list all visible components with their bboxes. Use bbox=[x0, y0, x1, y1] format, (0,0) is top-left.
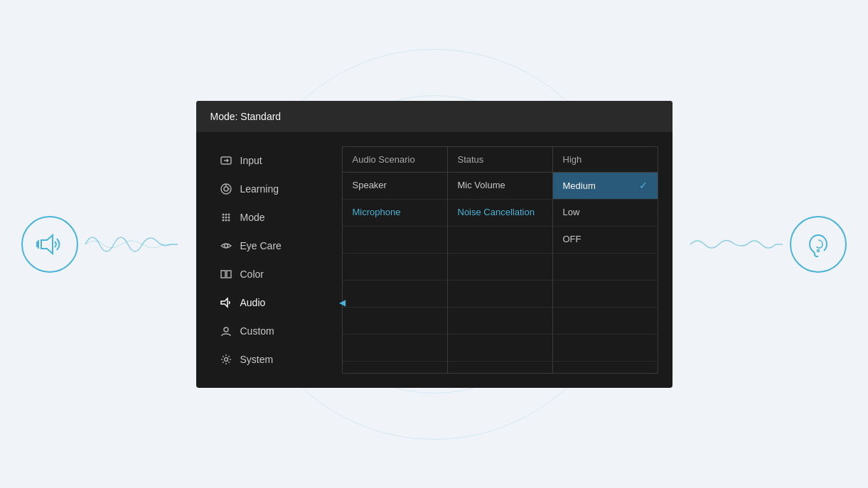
status-empty-1 bbox=[448, 227, 552, 254]
option-low[interactable]: Low bbox=[553, 200, 658, 227]
status-mic-volume[interactable]: Mic Volume bbox=[448, 173, 552, 200]
audio-icon bbox=[219, 295, 233, 310]
sidebar-label-custom: Custom bbox=[240, 325, 274, 337]
svg-point-23 bbox=[224, 357, 227, 361]
option-empty-4 bbox=[553, 335, 658, 362]
option-empty-2 bbox=[553, 281, 658, 308]
right-wave bbox=[690, 223, 783, 266]
color-icon bbox=[219, 267, 233, 281]
sidebar-item-input[interactable]: Input bbox=[210, 146, 331, 175]
system-icon bbox=[219, 352, 233, 367]
audio-scenario-header: Audio Scenario bbox=[343, 147, 447, 173]
sidebar-item-audio[interactable]: Audio bbox=[210, 288, 331, 317]
speaker-icon bbox=[21, 216, 78, 273]
svg-point-18 bbox=[224, 244, 227, 247]
sidebar-label-eye-care: Eye Care bbox=[240, 240, 282, 251]
svg-marker-21 bbox=[221, 298, 227, 307]
svg-point-22 bbox=[224, 327, 228, 332]
svg-point-16 bbox=[225, 219, 227, 221]
svg-point-15 bbox=[222, 219, 224, 221]
status-col: Status Mic Volume Noise Cancellation bbox=[448, 147, 553, 373]
sidebar-item-learning[interactable]: Learning bbox=[210, 175, 331, 203]
option-empty-1 bbox=[553, 254, 658, 281]
sidebar-item-eye-care[interactable]: Eye Care bbox=[210, 232, 331, 260]
audio-scenario-col: Audio Scenario Speaker Microphone bbox=[343, 147, 448, 373]
status-noise-cancel[interactable]: Noise Cancellation bbox=[448, 200, 552, 227]
sidebar-label-input: Input bbox=[240, 155, 262, 166]
svg-rect-20 bbox=[227, 271, 231, 278]
dialog-header: Mode: Standard bbox=[196, 101, 673, 132]
svg-point-9 bbox=[222, 216, 224, 218]
svg-point-3 bbox=[818, 249, 820, 251]
option-off[interactable]: OFF bbox=[553, 227, 658, 254]
sidebar-label-audio: Audio bbox=[240, 297, 266, 308]
eye-care-icon bbox=[219, 239, 233, 253]
left-wave bbox=[85, 223, 178, 266]
svg-point-14 bbox=[227, 213, 230, 215]
svg-point-12 bbox=[222, 213, 224, 215]
status-empty-5 bbox=[448, 335, 552, 362]
svg-point-17 bbox=[227, 219, 230, 221]
sidebar-item-mode[interactable]: Mode bbox=[210, 203, 331, 232]
svg-point-10 bbox=[225, 216, 227, 218]
checkmark-icon: ✓ bbox=[639, 180, 648, 191]
content-panel: Audio Scenario Speaker Microphone Status… bbox=[342, 146, 658, 374]
sidebar-item-color[interactable]: Color bbox=[210, 260, 331, 288]
svg-point-11 bbox=[227, 216, 230, 218]
mode-icon bbox=[219, 210, 233, 224]
options-col: High Medium ✓ Low OFF bbox=[553, 147, 658, 373]
audio-scenario-microphone[interactable]: Microphone bbox=[343, 200, 447, 227]
option-medium[interactable]: Medium ✓ bbox=[553, 173, 658, 200]
option-empty-3 bbox=[553, 308, 658, 335]
options-high-header: High bbox=[553, 147, 658, 173]
custom-icon bbox=[219, 324, 233, 338]
sidebar-item-custom[interactable]: Custom bbox=[210, 317, 331, 345]
sidebar-item-system[interactable]: System bbox=[210, 345, 331, 374]
ear-icon bbox=[790, 216, 847, 273]
audio-scenario-empty-5 bbox=[343, 335, 447, 362]
sidebar-label-system: System bbox=[240, 354, 274, 365]
audio-scenario-empty-3 bbox=[343, 281, 447, 308]
status-empty-4 bbox=[448, 308, 552, 335]
sidebar-label-mode: Mode bbox=[240, 212, 265, 223]
audio-scenario-speaker[interactable]: Speaker bbox=[343, 173, 447, 200]
audio-scenario-empty-4 bbox=[343, 308, 447, 335]
svg-marker-0 bbox=[41, 235, 53, 254]
sidebar-label-color: Color bbox=[240, 269, 264, 280]
svg-point-6 bbox=[224, 187, 228, 191]
audio-scenario-empty-2 bbox=[343, 254, 447, 281]
learning-icon bbox=[219, 182, 233, 196]
status-header: Status bbox=[448, 147, 552, 173]
status-empty-2 bbox=[448, 254, 552, 281]
sidebar-nav: Input Learning bbox=[210, 146, 342, 374]
audio-scenario-empty-1 bbox=[343, 227, 447, 254]
mode-label: Mode: Standard bbox=[210, 111, 282, 122]
status-empty-3 bbox=[448, 281, 552, 308]
svg-rect-19 bbox=[221, 271, 225, 278]
input-icon bbox=[219, 153, 233, 168]
sidebar-label-learning: Learning bbox=[240, 183, 279, 195]
settings-dialog: Mode: Standard Input bbox=[196, 101, 673, 388]
svg-point-13 bbox=[225, 213, 227, 215]
